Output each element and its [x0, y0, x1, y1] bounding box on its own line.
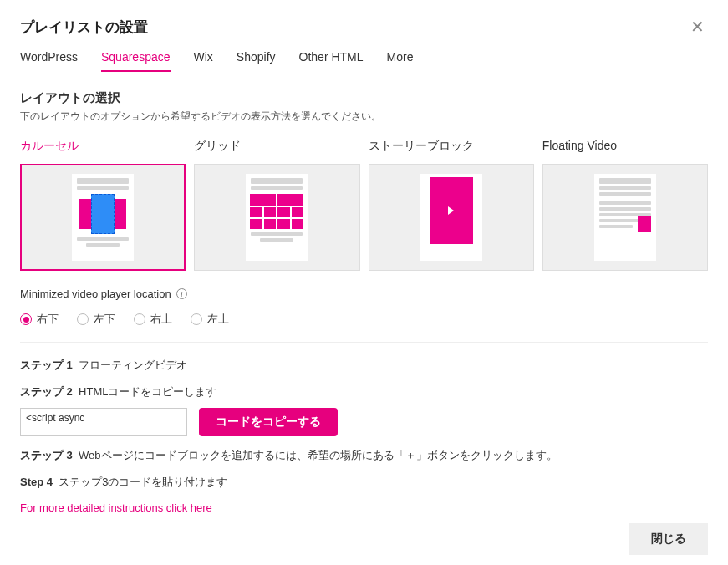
layout-preview — [246, 174, 308, 261]
radio-bottom-right[interactable]: 右下 — [20, 312, 59, 327]
step-2: ステップ 2 HTMLコードをコピーします — [20, 384, 708, 400]
layout-section-help: 下のレイアウトのオプションから希望するビデオの表示方法を選んでください。 — [20, 109, 708, 124]
step-text: HTMLコードをコピーします — [79, 385, 216, 398]
platform-tabs: WordPress Squarespace Wix Shopify Other … — [20, 50, 708, 72]
radio-label: 左下 — [94, 312, 115, 327]
layout-card-story[interactable] — [369, 164, 534, 271]
layout-label: ストーリーブロック — [369, 139, 534, 155]
step-1: ステップ 1 フローティングビデオ — [20, 358, 708, 373]
step-label: ステップ 3 — [20, 449, 73, 461]
tab-more[interactable]: More — [387, 50, 414, 72]
minimized-location-radios: 右下 左下 右上 左上 — [20, 312, 708, 327]
step-text: フローティングビデオ — [79, 359, 187, 371]
step-text: ステップ3のコードを貼り付けます — [59, 476, 227, 488]
layout-preview — [420, 174, 482, 261]
radio-label: 右下 — [37, 312, 59, 327]
layout-card-carousel[interactable] — [20, 164, 186, 271]
layout-label: カルーセル — [20, 139, 186, 155]
radio-top-right[interactable]: 右上 — [134, 312, 172, 327]
step-label: ステップ 2 — [20, 385, 73, 398]
play-icon — [448, 206, 454, 215]
radio-label: 右上 — [150, 312, 172, 327]
layout-option-grid: グリッド — [194, 139, 359, 271]
step-3: ステップ 3 Webページにコードブロックを追加するには、希望の場所にある「＋」… — [20, 448, 708, 463]
tab-shopify[interactable]: Shopify — [237, 50, 276, 72]
modal-title: プレイリストの設置 — [20, 18, 148, 37]
step-4: Step 4 ステップ3のコードを貼り付けます — [20, 475, 708, 490]
install-playlist-modal: プレイリストの設置 ✕ WordPress Squarespace Wix Sh… — [0, 0, 728, 565]
tab-wix[interactable]: Wix — [194, 50, 213, 72]
layout-preview — [594, 174, 656, 261]
code-copy-row: コードをコピーする — [20, 408, 708, 436]
divider — [20, 342, 708, 343]
minimized-location-label: Minimized video player location — [20, 288, 171, 300]
modal-footer: 閉じる — [629, 523, 708, 555]
layout-option-story: ストーリーブロック — [369, 139, 534, 271]
step-label: ステップ 1 — [20, 359, 73, 371]
layout-options-row: カルーセル グリッド — [20, 139, 708, 271]
layout-label: グリッド — [194, 139, 359, 155]
layout-card-grid[interactable] — [194, 164, 359, 271]
layout-option-floating: Floating Video — [542, 139, 708, 271]
step-text: Webページにコードブロックを追加するには、希望の場所にある「＋」ボタンをクリッ… — [79, 449, 557, 461]
minimized-location-row: Minimized video player location i — [20, 288, 708, 300]
detailed-instructions-link[interactable]: For more detailed instructions click her… — [20, 501, 708, 514]
embed-code-textarea[interactable] — [20, 408, 187, 436]
radio-top-left[interactable]: 左上 — [191, 312, 229, 327]
radio-label: 左上 — [207, 312, 229, 327]
layout-preview — [72, 174, 134, 261]
info-icon[interactable]: i — [176, 288, 187, 299]
layout-section-title: レイアウトの選択 — [20, 90, 708, 106]
tab-squarespace[interactable]: Squarespace — [101, 50, 171, 72]
modal-header: プレイリストの設置 ✕ — [20, 15, 708, 38]
close-button[interactable]: 閉じる — [629, 523, 708, 555]
layout-label: Floating Video — [542, 139, 708, 155]
tab-wordpress[interactable]: WordPress — [20, 50, 78, 72]
radio-bottom-left[interactable]: 左下 — [77, 312, 115, 327]
layout-card-floating[interactable] — [542, 164, 708, 271]
layout-option-carousel: カルーセル — [20, 139, 186, 271]
close-icon[interactable]: ✕ — [687, 15, 708, 38]
step-label: Step 4 — [20, 476, 53, 488]
copy-code-button[interactable]: コードをコピーする — [199, 408, 338, 436]
tab-other-html[interactable]: Other HTML — [299, 50, 364, 72]
